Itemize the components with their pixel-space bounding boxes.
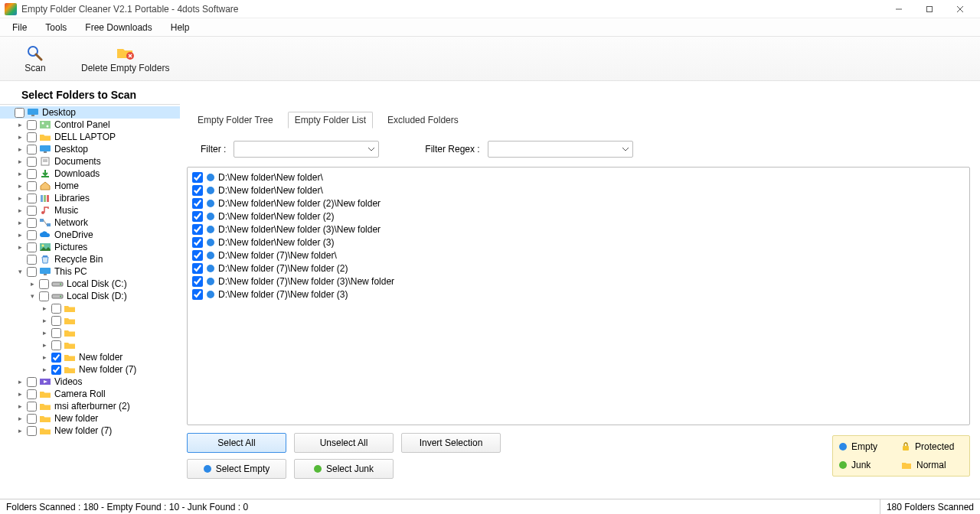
expand-icon[interactable]: ▸ bbox=[15, 378, 24, 386]
tree-checkbox[interactable] bbox=[51, 340, 61, 350]
expand-icon[interactable]: ▸ bbox=[40, 353, 49, 361]
scan-button[interactable]: Scan bbox=[18, 43, 52, 75]
menu-file[interactable]: File bbox=[5, 21, 34, 34]
tree-item-downloads[interactable]: ▸ Downloads bbox=[0, 168, 180, 180]
expand-icon[interactable]: ▸ bbox=[40, 317, 49, 324]
expand-icon[interactable]: ▸ bbox=[40, 329, 49, 337]
maximize-button[interactable] bbox=[914, 1, 945, 18]
tree-checkbox[interactable] bbox=[51, 328, 61, 338]
tree-checkbox[interactable] bbox=[27, 145, 37, 155]
result-row[interactable]: D:\New folder\New folder (2)\New folder bbox=[192, 197, 965, 210]
tree-item-onedrive[interactable]: ▸ OneDrive bbox=[0, 229, 180, 241]
expand-icon[interactable]: ▸ bbox=[15, 207, 24, 214]
tree-item-home[interactable]: ▸ Home bbox=[0, 180, 180, 192]
expand-icon[interactable]: ▸ bbox=[15, 133, 24, 141]
menu-help[interactable]: Help bbox=[163, 21, 198, 34]
expand-icon[interactable]: ▸ bbox=[15, 243, 24, 251]
results-list[interactable]: D:\New folder\New folder\ D:\New folder\… bbox=[187, 167, 970, 425]
tree-item-blank1[interactable]: ▸ bbox=[0, 302, 180, 314]
tree-item-nf[interactable]: ▸ New folder bbox=[0, 412, 180, 425]
result-checkbox[interactable] bbox=[192, 289, 203, 300]
tree-item-msi[interactable]: ▸ msi afterburner (2) bbox=[0, 400, 180, 412]
tree-checkbox[interactable] bbox=[27, 218, 37, 228]
select-junk-button[interactable]: Select Junk bbox=[294, 459, 394, 479]
unselect-all-button[interactable]: Unselect All bbox=[294, 433, 394, 453]
tree-item-documents[interactable]: ▸ Documents bbox=[0, 155, 180, 168]
minimize-button[interactable] bbox=[884, 1, 914, 18]
result-row[interactable]: D:\New folder\New folder\ bbox=[192, 171, 965, 184]
tree-checkbox[interactable] bbox=[27, 426, 37, 436]
expand-icon[interactable]: ▸ bbox=[15, 170, 24, 177]
tree-checkbox[interactable] bbox=[39, 291, 49, 301]
tree-checkbox[interactable] bbox=[51, 365, 61, 375]
tree-checkbox[interactable] bbox=[27, 230, 37, 240]
result-row[interactable]: D:\New folder\New folder\ bbox=[192, 184, 965, 197]
tree-item-desktop[interactable]: Desktop bbox=[0, 106, 180, 119]
menu-free-downloads[interactable]: Free Downloads bbox=[77, 21, 159, 34]
select-all-button[interactable]: Select All bbox=[187, 433, 286, 453]
tree-checkbox[interactable] bbox=[51, 353, 61, 363]
tree-item-videos[interactable]: ▸ Videos bbox=[0, 376, 180, 388]
result-checkbox[interactable] bbox=[192, 276, 203, 287]
expand-icon[interactable]: ▸ bbox=[15, 182, 24, 190]
tree-checkbox[interactable] bbox=[27, 255, 37, 265]
expand-icon[interactable]: ▸ bbox=[15, 427, 24, 434]
tree-checkbox[interactable] bbox=[27, 389, 37, 399]
result-checkbox[interactable] bbox=[192, 198, 203, 209]
result-checkbox[interactable] bbox=[192, 211, 203, 222]
tree-checkbox[interactable] bbox=[27, 267, 37, 277]
tree-item-blank3[interactable]: ▸ bbox=[0, 327, 180, 339]
tree-item-libraries[interactable]: ▸ Libraries bbox=[0, 192, 180, 204]
tree-item-this-pc[interactable]: ▾ This PC bbox=[0, 265, 180, 278]
filter-regex-combo[interactable] bbox=[488, 141, 633, 158]
expand-icon[interactable]: ▸ bbox=[15, 219, 24, 226]
expand-icon[interactable]: ▸ bbox=[40, 366, 49, 373]
tree-item-camera-roll[interactable]: ▸ Camera Roll bbox=[0, 388, 180, 400]
tree-item-new-folder[interactable]: ▸ New folder bbox=[0, 351, 180, 363]
tree-item-network[interactable]: ▸ Network bbox=[0, 216, 180, 229]
tree-item-control-panel[interactable]: ▸ Control Panel bbox=[0, 119, 180, 131]
expand-icon[interactable]: ▸ bbox=[15, 390, 24, 398]
tree-checkbox[interactable] bbox=[51, 304, 61, 314]
expand-icon[interactable]: ▸ bbox=[40, 341, 49, 349]
tree-checkbox[interactable] bbox=[27, 402, 37, 412]
result-row[interactable]: D:\New folder\New folder (2) bbox=[192, 210, 965, 223]
tree-checkbox[interactable] bbox=[27, 157, 37, 167]
tree-checkbox[interactable] bbox=[27, 377, 37, 387]
result-checkbox[interactable] bbox=[192, 185, 203, 196]
tree-item-desktop2[interactable]: ▸ Desktop bbox=[0, 143, 180, 155]
result-row[interactable]: D:\New folder (7)\New folder\ bbox=[192, 249, 965, 262]
expand-icon[interactable]: ▸ bbox=[15, 158, 24, 165]
tab-excluded-folders[interactable]: Excluded Folders bbox=[381, 112, 466, 128]
tree-checkbox[interactable] bbox=[27, 132, 37, 142]
tree-item-pictures[interactable]: ▸ Pictures bbox=[0, 241, 180, 253]
tree-checkbox[interactable] bbox=[27, 242, 37, 252]
delete-empty-folders-button[interactable]: Delete Empty Folders bbox=[75, 43, 175, 75]
tree-checkbox[interactable] bbox=[51, 316, 61, 326]
tree-checkbox[interactable] bbox=[15, 108, 24, 118]
tree-item-dell-laptop[interactable]: ▸ DELL LAPTOP bbox=[0, 131, 180, 143]
result-checkbox[interactable] bbox=[192, 224, 203, 235]
expand-icon[interactable]: ▸ bbox=[15, 231, 24, 239]
select-empty-button[interactable]: Select Empty bbox=[187, 459, 286, 479]
result-row[interactable]: D:\New folder (7)\New folder (3)\New fol… bbox=[192, 275, 965, 288]
close-button[interactable] bbox=[945, 1, 975, 18]
tree-item-blank2[interactable]: ▸ bbox=[0, 314, 180, 327]
expand-icon[interactable]: ▾ bbox=[28, 292, 37, 300]
tree-item-local-d[interactable]: ▾ Local Disk (D:) bbox=[0, 290, 180, 302]
expand-icon[interactable]: ▸ bbox=[15, 402, 24, 410]
tree-item-new-folder-7[interactable]: ▸ New folder (7) bbox=[0, 363, 180, 376]
tree-checkbox[interactable] bbox=[27, 120, 37, 130]
filter-combo[interactable] bbox=[234, 141, 379, 158]
folder-tree[interactable]: Desktop ▸ Control Panel ▸ DELL LAPTOP ▸ … bbox=[0, 104, 180, 499]
expand-icon[interactable]: ▸ bbox=[15, 194, 24, 202]
tree-item-nf7[interactable]: ▸ New folder (7) bbox=[0, 425, 180, 437]
invert-selection-button[interactable]: Invert Selection bbox=[401, 433, 501, 453]
expand-icon[interactable]: ▸ bbox=[15, 415, 24, 422]
expand-icon[interactable]: ▾ bbox=[15, 268, 24, 275]
expand-icon[interactable]: ▸ bbox=[15, 121, 24, 128]
expand-icon[interactable]: ▸ bbox=[15, 145, 24, 153]
tree-item-local-c[interactable]: ▸ Local Disk (C:) bbox=[0, 278, 180, 290]
menu-tools[interactable]: Tools bbox=[38, 21, 74, 34]
result-row[interactable]: D:\New folder (7)\New folder (3) bbox=[192, 288, 965, 301]
